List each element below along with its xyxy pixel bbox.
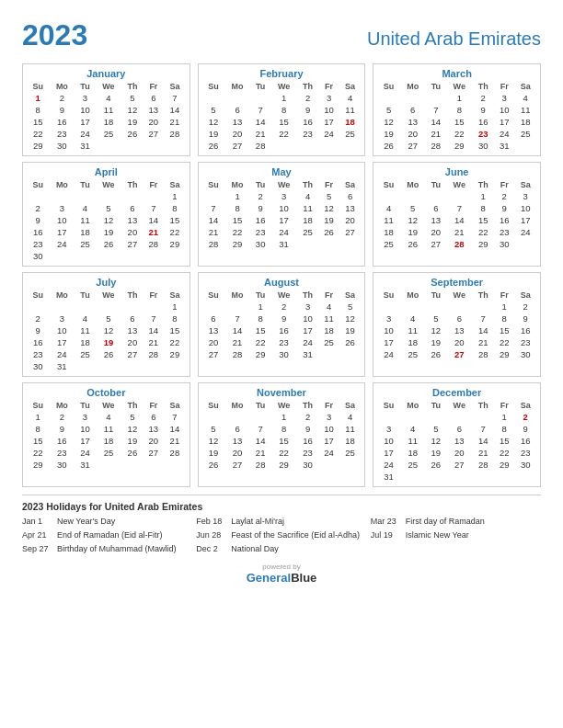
day-cell: 7 bbox=[446, 202, 472, 214]
day-cell: 14 bbox=[426, 116, 447, 128]
empty-cell bbox=[426, 411, 447, 423]
empty-cell bbox=[75, 360, 96, 372]
day-cell: 31 bbox=[494, 140, 515, 152]
empty-cell bbox=[27, 190, 50, 202]
day-cell: 4 bbox=[297, 190, 318, 202]
empty-cell bbox=[494, 471, 515, 483]
day-cell: 26 bbox=[400, 238, 426, 250]
calendar-table: SuMoTuWeThFrSa12345678910111213141516171… bbox=[202, 81, 362, 152]
empty-cell bbox=[144, 190, 165, 202]
day-cell: 19 bbox=[377, 128, 400, 140]
day-cell: 6 bbox=[121, 313, 143, 324]
day-header: Tu bbox=[250, 81, 271, 92]
day-header: Su bbox=[202, 179, 225, 190]
day-cell: 28 bbox=[144, 238, 165, 250]
day-cell: 19 bbox=[318, 214, 339, 226]
day-cell: 20 bbox=[426, 226, 447, 238]
day-cell: 18 bbox=[377, 226, 400, 238]
day-cell: 12 bbox=[426, 324, 447, 336]
day-cell: 30 bbox=[27, 360, 50, 372]
day-cell: 19 bbox=[426, 336, 447, 348]
day-cell: 10 bbox=[494, 104, 515, 116]
day-header: Fr bbox=[494, 290, 515, 301]
empty-cell bbox=[202, 301, 225, 313]
day-cell: 17 bbox=[377, 336, 400, 348]
day-header: We bbox=[446, 400, 472, 411]
month-name: March bbox=[377, 68, 536, 79]
day-header: Sa bbox=[339, 290, 362, 301]
day-cell: 13 bbox=[121, 214, 143, 226]
calendar-table: SuMoTuWeThFrSa12345678910111213141516171… bbox=[377, 290, 536, 360]
day-cell: 20 bbox=[224, 447, 250, 459]
day-cell: 14 bbox=[473, 435, 494, 447]
day-cell: 28 bbox=[164, 128, 186, 140]
day-cell: 7 bbox=[144, 202, 165, 214]
day-cell: 29 bbox=[494, 348, 515, 360]
day-header: Th bbox=[297, 81, 318, 92]
day-cell: 2 bbox=[297, 92, 318, 104]
day-header: Fr bbox=[494, 179, 515, 190]
empty-cell bbox=[144, 459, 165, 471]
day-cell: 17 bbox=[50, 226, 75, 238]
empty-cell bbox=[339, 238, 362, 250]
day-cell: 2 bbox=[27, 313, 50, 324]
empty-cell bbox=[426, 190, 447, 202]
day-header: Th bbox=[297, 179, 318, 190]
day-cell: 8 bbox=[27, 104, 50, 116]
day-cell: 31 bbox=[377, 471, 400, 483]
day-cell: 17 bbox=[270, 214, 296, 226]
day-cell: 12 bbox=[426, 435, 447, 447]
day-cell: 10 bbox=[377, 324, 400, 336]
day-cell: 12 bbox=[202, 116, 225, 128]
day-cell: 1 bbox=[494, 301, 515, 313]
day-cell: 8 bbox=[224, 202, 250, 214]
day-cell: 26 bbox=[426, 459, 447, 471]
day-cell: 20 bbox=[446, 336, 472, 348]
day-cell: 15 bbox=[270, 116, 296, 128]
day-cell: 23 bbox=[27, 348, 50, 360]
empty-cell bbox=[514, 140, 536, 152]
empty-cell bbox=[339, 140, 362, 152]
day-cell: 24 bbox=[318, 447, 339, 459]
day-cell: 3 bbox=[75, 92, 96, 104]
day-cell: 5 bbox=[202, 104, 225, 116]
day-cell: 3 bbox=[377, 313, 400, 324]
day-header: Th bbox=[473, 290, 494, 301]
holiday-item: Sep 27Birthday of Muhammad (Mawlid) bbox=[22, 544, 192, 554]
day-cell: 15 bbox=[164, 214, 186, 226]
day-cell: 18 bbox=[96, 435, 121, 447]
day-cell: 30 bbox=[473, 140, 494, 152]
day-cell: 28 bbox=[473, 348, 494, 360]
day-cell: 30 bbox=[50, 140, 75, 152]
calendar-table: SuMoTuWeThFrSa12345678910111213141516171… bbox=[377, 81, 536, 152]
day-header: Mo bbox=[50, 81, 75, 92]
day-cell: 30 bbox=[297, 459, 318, 471]
day-cell: 10 bbox=[50, 324, 75, 336]
day-cell: 10 bbox=[377, 435, 400, 447]
day-cell: 18 bbox=[339, 116, 362, 128]
holiday-name: End of Ramadan (Eid al-Fitr) bbox=[57, 530, 163, 540]
day-cell: 21 bbox=[446, 226, 472, 238]
empty-cell bbox=[473, 471, 494, 483]
month-name: May bbox=[202, 166, 362, 177]
day-cell: 20 bbox=[121, 226, 143, 238]
day-cell: 25 bbox=[297, 226, 318, 238]
day-cell: 22 bbox=[250, 336, 271, 348]
month-block-september: SeptemberSuMoTuWeThFrSa12345678910111213… bbox=[373, 272, 541, 377]
day-cell: 16 bbox=[473, 116, 494, 128]
day-cell: 15 bbox=[494, 324, 515, 336]
day-header: We bbox=[270, 290, 296, 301]
empty-cell bbox=[270, 140, 296, 152]
calendar-table: SuMoTuWeThFrSa12345678910111213141516171… bbox=[202, 179, 362, 250]
day-cell: 2 bbox=[50, 92, 75, 104]
day-cell: 15 bbox=[250, 324, 271, 336]
day-cell: 2 bbox=[473, 92, 494, 104]
day-header: Fr bbox=[144, 290, 165, 301]
day-cell: 24 bbox=[270, 226, 296, 238]
day-cell: 4 bbox=[339, 411, 362, 423]
month-block-january: JanuarySuMoTuWeThFrSa1234567891011121314… bbox=[22, 63, 190, 156]
month-block-june: JuneSuMoTuWeThFrSa1234567891011121314151… bbox=[373, 162, 541, 267]
day-cell: 21 bbox=[426, 128, 447, 140]
day-header: We bbox=[446, 179, 472, 190]
day-cell: 23 bbox=[297, 447, 318, 459]
